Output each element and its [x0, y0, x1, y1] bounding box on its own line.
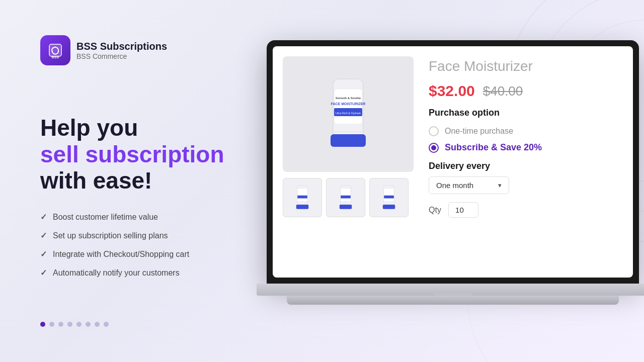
subscribe-radio[interactable]: [429, 143, 439, 153]
screen-inner: Smooth & Soothe FACE MOISTURIZER Ultra R…: [273, 46, 633, 278]
price-original: $40.00: [483, 83, 523, 99]
svg-text:Smooth & Soothe: Smooth & Soothe: [336, 97, 361, 100]
laptop-foot: [287, 296, 619, 305]
chevron-down-icon: ▾: [498, 182, 502, 189]
feature-list: ✓ Boost customer lifetime value ✓ Set up…: [40, 212, 272, 278]
pagination-dots: [40, 322, 109, 327]
thumbnail-3[interactable]: [369, 178, 409, 217]
product-name: Face Moisturizer: [429, 58, 618, 74]
feature-label-1: Boost customer lifetime value: [53, 213, 158, 222]
svg-rect-22: [341, 196, 351, 199]
dot-8[interactable]: [104, 322, 109, 327]
product-image-section: Smooth & Soothe FACE MOISTURIZER Ultra R…: [273, 46, 424, 278]
svg-rect-20: [340, 205, 352, 209]
svg-rect-8: [331, 134, 366, 147]
svg-rect-21: [341, 189, 351, 202]
dot-3[interactable]: [58, 322, 63, 327]
feature-label-4: Automatically notify your customers: [53, 268, 180, 278]
svg-rect-24: [383, 205, 395, 209]
logo-svg: BSS: [46, 41, 64, 59]
product-svg: Smooth & Soothe FACE MOISTURIZER Ultra R…: [318, 64, 378, 164]
price-sale: $32.00: [429, 82, 475, 100]
hero-text: Help you sell subscription with ease!: [40, 115, 272, 195]
thumbnail-1[interactable]: [283, 178, 322, 217]
qty-row: Qty: [429, 202, 618, 218]
svg-rect-17: [297, 189, 307, 202]
one-time-option[interactable]: One-time purchase: [429, 126, 618, 136]
check-icon-3: ✓: [40, 249, 47, 259]
svg-rect-25: [384, 189, 394, 202]
product-main-image: Smooth & Soothe FACE MOISTURIZER Ultra R…: [283, 56, 414, 172]
subscribe-label: Subscribe & Save 20%: [445, 142, 542, 153]
dot-2[interactable]: [49, 322, 54, 327]
qty-label: Qty: [429, 206, 441, 215]
feature-item-3: ✓ Integrate with Checkout/Shopping cart: [40, 249, 272, 259]
logo-area: BSS BSS Subscriptions BSS Commerce: [40, 35, 167, 65]
logo-icon: BSS: [40, 35, 70, 65]
delivery-section: Delivery every One month ▾: [429, 161, 618, 194]
svg-rect-26: [384, 196, 394, 199]
dot-6[interactable]: [86, 322, 91, 327]
product-thumbnails: [283, 178, 414, 217]
purchase-option-title: Purchase option: [429, 108, 618, 118]
one-time-radio[interactable]: [429, 126, 439, 136]
check-icon-2: ✓: [40, 231, 47, 240]
logo-subtitle: BSS Commerce: [76, 52, 167, 60]
feature-label-3: Integrate with Checkout/Shopping cart: [53, 250, 189, 259]
dot-1[interactable]: [40, 322, 45, 327]
feature-item-2: ✓ Set up subscription selling plans: [40, 231, 272, 240]
subscribe-option[interactable]: Subscribe & Save 20%: [429, 142, 618, 153]
dot-7[interactable]: [95, 322, 100, 327]
purchase-options: One-time purchase Subscribe & Save 20%: [429, 126, 618, 153]
right-section: Smooth & Soothe FACE MOISTURIZER Ultra R…: [262, 40, 644, 305]
dot-5[interactable]: [76, 322, 82, 327]
price-row: $32.00 $40.00: [429, 82, 618, 100]
one-time-label: One-time purchase: [445, 127, 513, 136]
hero-heading: Help you sell subscription with ease!: [40, 115, 272, 195]
laptop-screen: Smooth & Soothe FACE MOISTURIZER Ultra R…: [267, 40, 639, 284]
svg-text:BSS: BSS: [52, 55, 59, 59]
laptop-wrapper: Smooth & Soothe FACE MOISTURIZER Ultra R…: [267, 40, 639, 305]
delivery-title: Delivery every: [429, 161, 618, 171]
radio-inner: [431, 145, 436, 150]
svg-rect-18: [297, 196, 307, 199]
logo-title: BSS Subscriptions: [76, 41, 167, 52]
feature-label-2: Set up subscription selling plans: [53, 231, 168, 240]
check-icon-4: ✓: [40, 268, 47, 278]
svg-text:FACE MOISTURIZER: FACE MOISTURIZER: [331, 102, 366, 106]
check-icon-1: ✓: [40, 212, 47, 222]
feature-item-4: ✓ Automatically notify your customers: [40, 268, 272, 278]
thumbnail-2[interactable]: [326, 178, 365, 217]
product-details: Face Moisturizer $32.00 $40.00 Purchase …: [424, 46, 633, 278]
feature-item-1: ✓ Boost customer lifetime value: [40, 212, 272, 222]
delivery-value: One month: [436, 181, 473, 190]
laptop-base: [257, 284, 644, 296]
svg-rect-9: [334, 89, 362, 124]
delivery-dropdown[interactable]: One month ▾: [429, 176, 509, 194]
svg-rect-16: [296, 205, 309, 209]
dot-4[interactable]: [67, 322, 72, 327]
svg-text:Ultra Rich & Hydrate: Ultra Rich & Hydrate: [336, 112, 361, 115]
logo-text: BSS Subscriptions BSS Commerce: [76, 41, 167, 60]
qty-input[interactable]: [448, 202, 478, 218]
